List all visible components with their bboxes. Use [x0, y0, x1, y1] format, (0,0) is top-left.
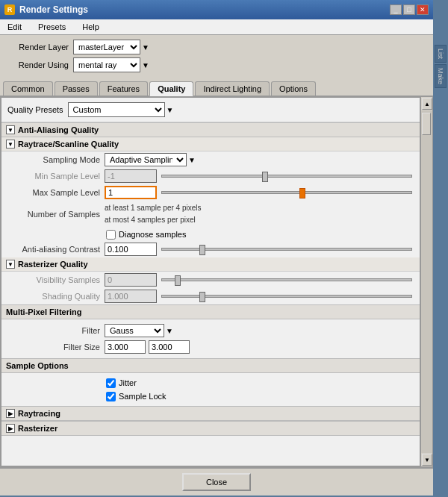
shading-quality-input[interactable] [105, 290, 157, 303]
multipixel-header: Multi-Pixel Filtering [1, 304, 420, 319]
render-settings-window: R Render Settings _ □ ✕ Edit Presets Hel… [0, 0, 433, 496]
raytracing-label: Raytracing [18, 409, 60, 418]
max-sample-input[interactable] [105, 186, 157, 199]
visibility-slider[interactable] [160, 278, 414, 281]
title-bar: R Render Settings _ □ ✕ [0, 0, 433, 19]
sample-options-content: Jitter Sample Lock [1, 373, 420, 406]
title-bar-left: R Render Settings [4, 4, 88, 15]
sample-lock-checkbox[interactable] [106, 392, 116, 401]
anti-aliasing-collapse[interactable]: ▼ [6, 125, 15, 134]
shading-quality-label: Shading Quality [7, 292, 105, 301]
diagnose-checkbox[interactable] [106, 230, 116, 240]
menu-bar: Edit Presets Help [0, 19, 433, 35]
filter-row: Filter Gauss ▼ [1, 322, 420, 339]
aa-contrast-slider[interactable] [160, 248, 414, 251]
min-sample-thumb[interactable] [262, 172, 268, 182]
filter-arrow: ▼ [166, 327, 173, 335]
visibility-label: Visibility Samples [7, 275, 105, 284]
min-sample-label: Min Sample Level [7, 172, 105, 181]
filter-height-input[interactable] [149, 340, 190, 354]
aa-contrast-track [161, 248, 412, 251]
max-sample-thumb[interactable] [299, 188, 305, 199]
minimize-button[interactable]: _ [390, 4, 402, 15]
sampling-mode-select[interactable]: Adaptive Sampling [105, 153, 187, 166]
filter-label: Filter [7, 326, 105, 335]
shading-quality-slider[interactable] [160, 295, 414, 298]
num-samples-row: Number of Samples at least 1 sample per … [1, 201, 420, 228]
rasterize-header: ▶ Rasterizer [1, 421, 420, 436]
jitter-row: Jitter [1, 376, 420, 390]
jitter-checkbox[interactable] [106, 378, 116, 388]
samples-line2: at most 4 samples per pixel [105, 214, 202, 226]
close-button[interactable]: Close [182, 473, 251, 491]
scroll-up[interactable]: ▲ [422, 98, 432, 110]
sample-lock-row: Sample Lock [1, 390, 420, 403]
tab-options[interactable]: Options [271, 81, 316, 96]
sampling-mode-arrow: ▼ [188, 156, 196, 164]
sampling-mode-label: Sampling Mode [7, 155, 105, 164]
visibility-input[interactable] [105, 273, 157, 287]
tab-quality[interactable]: Quality [149, 81, 193, 96]
min-sample-track [161, 175, 412, 178]
filter-size-label: Filter Size [7, 343, 105, 351]
scroll-thumb[interactable] [422, 113, 431, 135]
render-using-label: Render Using [6, 60, 73, 69]
presets-arrow: ▼ [167, 106, 174, 114]
render-using-row: Render Using mental ray ▼ [6, 57, 427, 72]
scroll-down[interactable]: ▼ [422, 454, 432, 466]
render-layer-row: Render Layer masterLayer ▼ [6, 40, 427, 54]
scroll-track [421, 110, 432, 453]
title-buttons: _ □ ✕ [390, 4, 429, 15]
sampling-mode-row: Sampling Mode Adaptive Sampling ▼ [1, 151, 420, 168]
render-layer-arrow: ▼ [142, 43, 149, 51]
render-using-arrow: ▼ [142, 61, 149, 69]
presets-row: Quality Presets Custom ▼ [1, 98, 420, 122]
edit-menu[interactable]: Edit [3, 21, 26, 33]
presets-menu[interactable]: Presets [34, 21, 70, 33]
diagnose-label: Diagnose samples [119, 230, 187, 239]
bottom-bar: Close [0, 467, 433, 496]
shading-quality-row: Shading Quality [1, 288, 420, 304]
max-sample-slider[interactable] [160, 191, 414, 194]
quality-presets-select[interactable]: Custom [68, 102, 165, 117]
aa-contrast-thumb[interactable] [199, 245, 205, 255]
scrollbar[interactable]: ▲ ▼ [420, 97, 432, 466]
app-icon: R [4, 4, 15, 15]
raytracing-collapse[interactable]: ▶ [6, 409, 15, 418]
rasterizer-label: Rasterizer Quality [18, 260, 88, 269]
tabs-container: Common Passes Features Quality Indirect … [0, 78, 433, 96]
rasterizer-collapse[interactable]: ▼ [6, 260, 15, 269]
min-sample-input[interactable] [105, 169, 157, 183]
raytrace-collapse[interactable]: ▼ [6, 140, 15, 149]
shading-quality-track [161, 295, 412, 298]
list-label: List [435, 45, 447, 63]
shading-quality-thumb[interactable] [199, 292, 205, 302]
help-menu[interactable]: Help [78, 21, 104, 33]
tab-common[interactable]: Common [3, 81, 53, 96]
background-right-panel: List Make [433, 0, 448, 497]
window-title: Render Settings [19, 4, 88, 15]
tab-indirect-lighting[interactable]: Indirect Lighting [195, 81, 270, 96]
close-title-button[interactable]: ✕ [417, 4, 429, 15]
rasterizer-header: ▼ Rasterizer Quality [1, 257, 420, 272]
tab-passes[interactable]: Passes [55, 81, 98, 96]
render-form: Render Layer masterLayer ▼ Render Using … [0, 35, 433, 78]
make-label: Make [435, 64, 447, 88]
sample-options-label: Sample Options [6, 361, 69, 370]
maximize-button[interactable]: □ [403, 4, 415, 15]
filter-width-input[interactable] [105, 340, 146, 354]
rasterize-label: Rasterizer [18, 424, 57, 433]
visibility-samples-row: Visibility Samples [1, 272, 420, 288]
raytrace-header: ▼ Raytrace/Scanline Quality [1, 137, 420, 151]
sample-options-header: Sample Options [1, 358, 420, 373]
filter-select[interactable]: Gauss [105, 324, 164, 337]
render-layer-select[interactable]: masterLayer [73, 40, 140, 54]
num-samples-info: at least 1 sample per 4 pixels at most 4… [105, 202, 202, 226]
min-sample-slider[interactable] [160, 175, 414, 178]
visibility-thumb[interactable] [175, 275, 181, 286]
rasterize-collapse[interactable]: ▶ [6, 424, 15, 433]
aa-contrast-label: Anti-aliasing Contrast [7, 245, 105, 254]
tab-features[interactable]: Features [99, 81, 148, 96]
render-using-select[interactable]: mental ray [73, 57, 140, 72]
aa-contrast-input[interactable] [105, 243, 157, 256]
